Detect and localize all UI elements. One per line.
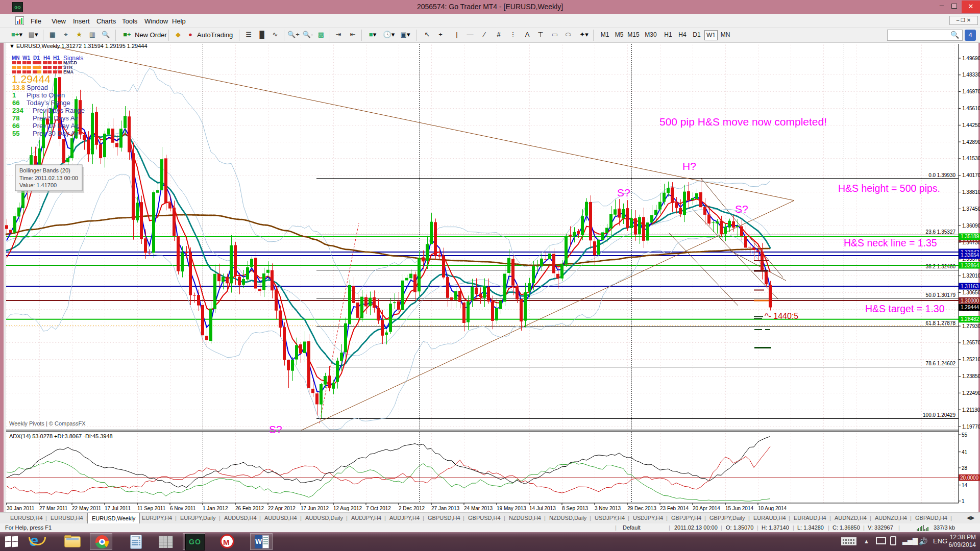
svg-text:22 Apr 2012: 22 Apr 2012	[268, 506, 296, 511]
svg-text:1.38810: 1.38810	[962, 189, 980, 195]
svg-text:11 Sep 2011: 11 Sep 2011	[137, 506, 166, 511]
svg-text:1.30650: 1.30650	[962, 290, 980, 295]
svg-text:S?: S?	[617, 187, 630, 198]
svg-text:S?: S?	[735, 203, 748, 215]
svg-text:23.6 1.35327: 23.6 1.35327	[926, 229, 956, 235]
svg-text:H&S neck line = 1.35: H&S neck line = 1.35	[844, 237, 937, 248]
svg-text:1.19770: 1.19770	[962, 424, 980, 430]
svg-text:10 Aug 2014: 10 Aug 2014	[758, 506, 787, 511]
svg-text:1.41530: 1.41530	[962, 156, 980, 161]
svg-text:78: 78	[12, 114, 19, 122]
svg-text:14 Jul 2013: 14 Jul 2013	[529, 506, 556, 511]
svg-text:1.48330: 1.48330	[962, 72, 980, 78]
svg-text:1.46970: 1.46970	[962, 89, 980, 94]
svg-text:Bollinger Bands (20): Bollinger Bands (20)	[19, 167, 70, 173]
svg-text:Prev 5 Days Av: Prev 5 Days Av	[33, 114, 78, 122]
svg-text:30 Jan 2011: 30 Jan 2011	[7, 506, 35, 511]
svg-text:15 Jun 2014: 15 Jun 2014	[725, 506, 753, 511]
svg-text:66: 66	[12, 122, 19, 130]
svg-text:H1: H1	[53, 55, 60, 61]
svg-text:W1: W1	[22, 55, 30, 61]
svg-text:2 Dec 2012: 2 Dec 2012	[399, 506, 425, 511]
svg-text:6 Nov 2011: 6 Nov 2011	[170, 506, 196, 511]
svg-text:1.21130: 1.21130	[962, 407, 980, 413]
svg-text:S?: S?	[269, 423, 282, 435]
svg-text:MN: MN	[12, 55, 20, 61]
svg-text:24 Mar 2013: 24 Mar 2013	[464, 506, 493, 511]
svg-text:D1: D1	[33, 55, 40, 61]
svg-text:7 Oct 2012: 7 Oct 2012	[366, 506, 391, 511]
svg-text:H4: H4	[43, 55, 50, 61]
svg-text:1.44250: 1.44250	[962, 122, 980, 128]
svg-text:0.0 1.39930: 0.0 1.39930	[928, 172, 955, 178]
svg-text:66: 66	[12, 99, 19, 107]
svg-text:3 Nov 2013: 3 Nov 2013	[595, 506, 621, 511]
svg-text:▼ EURUSD,Weekly 1.31272 1.315: ▼ EURUSD,Weekly 1.31272 1.31594 1.29195 …	[9, 43, 148, 49]
svg-text:1.23850: 1.23850	[962, 373, 980, 379]
svg-text:41: 41	[962, 449, 968, 455]
svg-text:1.42890: 1.42890	[962, 139, 980, 145]
svg-text:1.36090: 1.36090	[962, 223, 980, 229]
svg-text:H?: H?	[682, 160, 696, 172]
svg-text:1: 1	[12, 91, 16, 99]
svg-text:1.25210: 1.25210	[962, 357, 980, 362]
svg-text:38.2 1.32480: 38.2 1.32480	[926, 264, 956, 269]
svg-text:17 Jun 2012: 17 Jun 2012	[301, 506, 329, 511]
svg-text:1.32010: 1.32010	[962, 273, 980, 279]
svg-text:Prev Days Range: Prev Days Range	[33, 107, 85, 114]
svg-text:78.6 1.24602: 78.6 1.24602	[926, 361, 956, 366]
svg-text:13.8: 13.8	[12, 84, 25, 91]
svg-text:27 Mar 2011: 27 Mar 2011	[39, 506, 68, 511]
svg-text:1.40170: 1.40170	[962, 172, 980, 178]
svg-text:1.32864: 1.32864	[961, 263, 979, 268]
svg-text:Time: 2011.02.13 00:00: Time: 2011.02.13 00:00	[19, 175, 78, 181]
svg-text:1.37450: 1.37450	[962, 206, 980, 212]
svg-text:Prev 30 Day Av: Prev 30 Day Av	[33, 130, 79, 137]
svg-text:Value: 1.41700: Value: 1.41700	[19, 182, 57, 188]
svg-text:100.0 1.20429: 100.0 1.20429	[923, 412, 955, 418]
svg-text:1.22490: 1.22490	[962, 390, 980, 396]
svg-text:234: 234	[12, 107, 23, 114]
svg-text:50.0 1.30179: 50.0 1.30179	[926, 292, 956, 298]
svg-text:Weekly Pivots | © CompassFX: Weekly Pivots | © CompassFX	[9, 420, 86, 427]
svg-text:1.31163: 1.31163	[961, 284, 979, 289]
svg-text:61.8 1.27878: 61.8 1.27878	[926, 320, 956, 326]
svg-text:Prev 10 Day Av: Prev 10 Day Av	[33, 122, 79, 130]
svg-text:19 May 2013: 19 May 2013	[497, 506, 526, 511]
svg-text:1.26570: 1.26570	[962, 340, 980, 345]
svg-text:28: 28	[962, 465, 968, 471]
svg-text:20.0000: 20.0000	[960, 475, 979, 481]
svg-text:29 Dec 2013: 29 Dec 2013	[627, 506, 656, 511]
svg-text:1: 1	[962, 498, 965, 504]
svg-text:H&S height = 500 pips.: H&S height = 500 pips.	[838, 183, 940, 194]
svg-text:1.33654: 1.33654	[961, 253, 979, 258]
svg-text:1.27930: 1.27930	[962, 323, 980, 329]
svg-text:23 Feb 2014: 23 Feb 2014	[660, 506, 689, 511]
svg-text:22 May 2011: 22 May 2011	[72, 506, 102, 511]
svg-text:27 Jan 2013: 27 Jan 2013	[431, 506, 459, 511]
svg-text:500 pip H&S move now completed: 500 pip H&S move now completed!	[659, 116, 827, 128]
svg-text:1.45610: 1.45610	[962, 106, 980, 111]
svg-text:1.29444: 1.29444	[961, 305, 979, 310]
svg-text:EMA: EMA	[63, 69, 74, 74]
svg-text:^- 1440:5: ^- 1440:5	[765, 312, 798, 320]
svg-text:Today’s Range: Today’s Range	[27, 99, 70, 107]
svg-text:8 Sep 2013: 8 Sep 2013	[562, 506, 589, 511]
svg-text:12 Aug 2012: 12 Aug 2012	[333, 506, 362, 511]
svg-text:Pips to Open: Pips to Open	[27, 91, 65, 99]
svg-text:1.29444: 1.29444	[12, 73, 51, 85]
svg-text:55: 55	[12, 130, 19, 137]
svg-text:55: 55	[962, 432, 968, 438]
svg-text:20 Apr 2014: 20 Apr 2014	[693, 506, 720, 511]
svg-text:26 Feb 2012: 26 Feb 2012	[235, 506, 264, 511]
svg-text:1.30000: 1.30000	[961, 298, 979, 304]
svg-text:1.49690: 1.49690	[962, 56, 980, 61]
svg-text:1.35189: 1.35189	[961, 234, 979, 239]
svg-text:14: 14	[962, 483, 968, 488]
svg-text:H&S target = 1.30: H&S target = 1.30	[865, 303, 945, 314]
svg-text:Spread: Spread	[27, 84, 48, 91]
svg-text:17 Jul 2011: 17 Jul 2011	[105, 506, 131, 511]
svg-text:1 Jan 2012: 1 Jan 2012	[203, 506, 228, 511]
svg-text:1.28482: 1.28482	[961, 316, 979, 322]
svg-text:ADX(14) 53.0278 +DI:3.8067 -DI: ADX(14) 53.0278 +DI:3.8067 -DI:45.3948	[9, 433, 113, 439]
